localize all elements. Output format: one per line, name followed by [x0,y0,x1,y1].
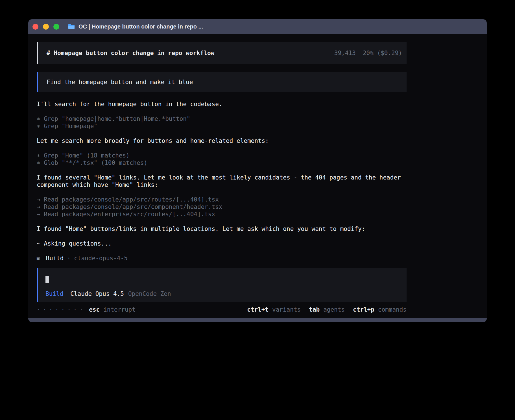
user-message-text: Find the homepage button and make it blu… [47,79,193,86]
commands-hint-label: commands [378,306,407,313]
folder-icon [68,23,75,30]
tool-call-read: → Read packages/console/app/src/componen… [37,203,407,211]
terminal-body: # Homepage button color change in repo w… [28,34,487,318]
ctrl-p-key-hint: ctrl+p [353,306,374,313]
input-mode-label: Build [45,290,63,298]
status-bar: ········ esc interrupt ctrl+t variants t… [37,306,407,313]
assistant-message: Let me search more broadly for buttons a… [37,137,407,145]
tool-call-read: → Read packages/enterprise/src/routes/[.… [37,211,407,218]
window-titlebar: OC | Homepage button color change in rep… [28,19,487,34]
input-provider-label: OpenCode Zen [128,290,171,298]
status-bar-left: ········ esc interrupt [37,306,136,313]
prompt-input[interactable]: Build Claude Opus 4.5 OpenCode Zen [37,268,407,302]
agents-hint-label: agents [323,306,345,313]
close-button[interactable] [32,24,38,30]
agent-status-icon: ▣ [37,255,40,262]
status-asking-questions: ~ Asking questions... [37,240,407,247]
keybind-agents: tab agents [309,306,345,313]
tool-call-read: → Read packages/console/app/src/routes/[… [37,196,407,203]
input-meta-row: Build Claude Opus 4.5 OpenCode Zen [45,290,407,298]
tool-call-grep: ∗ Grep "Homepage" [37,123,407,130]
status-bar-right: ctrl+t variants tab agents ctrl+p comman… [239,306,407,313]
window-title: OC | Homepage button color change in rep… [78,23,203,30]
assistant-message: I found "Home" buttons/links in multiple… [37,225,407,233]
tab-key-hint: tab [309,306,320,313]
esc-key-hint: esc [89,306,100,313]
input-model-label: Claude Opus 4.5 [70,290,124,298]
keybind-commands: ctrl+p commands [353,306,407,313]
agent-separator: · [67,255,71,262]
agent-model-name: claude-opus-4-5 [74,255,128,262]
session-token-stats: 39,413 20% ($0.29) [334,50,402,56]
agent-status-line: ▣ Build · claude-opus-4-5 [37,255,407,262]
assistant-message: I found several "Home" links. Let me loo… [37,174,407,189]
keybind-variants: ctrl+t variants [247,306,301,313]
progress-spinner: ········ [37,306,86,313]
zoom-button[interactable] [53,24,59,30]
minimize-button[interactable] [43,24,49,30]
ctrl-t-key-hint: ctrl+t [247,306,269,313]
assistant-message: I'll search for the homepage button in t… [37,100,407,108]
agent-name: Build [46,255,64,262]
text-cursor [45,276,49,283]
interrupt-hint-label: interrupt [103,306,136,313]
session-title: # Homepage button color change in repo w… [47,50,214,56]
tool-call-grep: ∗ Grep "homepage|home.*button|Home.*butt… [37,115,407,123]
terminal-window: OC | Homepage button color change in rep… [28,19,487,322]
session-header: # Homepage button color change in repo w… [37,42,407,64]
tool-call-grep: ∗ Grep "Home" (18 matches) [37,152,407,159]
user-message: Find the homepage button and make it blu… [37,72,407,92]
tool-call-glob: ∗ Glob "**/*.tsx" (100 matches) [37,159,407,167]
variants-hint-label: variants [272,306,301,313]
